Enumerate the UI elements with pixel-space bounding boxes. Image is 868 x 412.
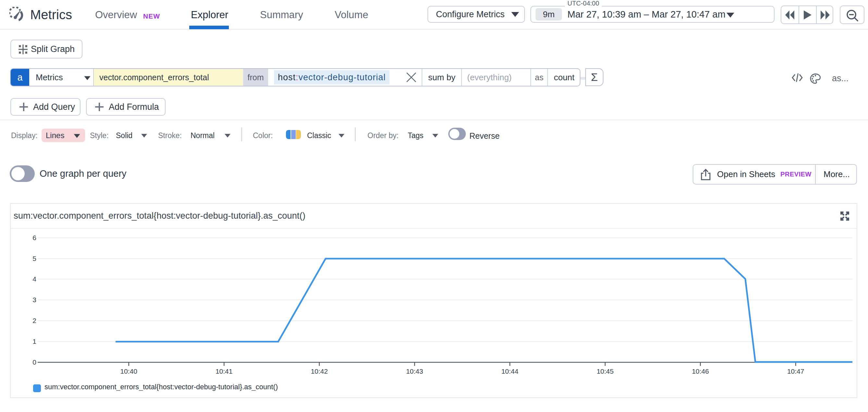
svg-text:10:40: 10:40	[120, 367, 137, 375]
svg-text:1: 1	[32, 337, 36, 345]
svg-text:10:43: 10:43	[406, 367, 423, 375]
svg-text:10:41: 10:41	[216, 367, 233, 375]
svg-text:6: 6	[32, 234, 36, 241]
svg-text:10:42: 10:42	[311, 367, 328, 375]
svg-text:5: 5	[32, 255, 36, 262]
svg-text:10:47: 10:47	[787, 367, 804, 375]
svg-text:3: 3	[32, 296, 36, 303]
svg-text:10:45: 10:45	[597, 367, 614, 375]
svg-text:10:46: 10:46	[692, 367, 709, 375]
svg-text:0: 0	[32, 358, 36, 366]
svg-text:4: 4	[32, 275, 36, 283]
svg-text:2: 2	[32, 317, 36, 324]
svg-text:10:44: 10:44	[501, 367, 518, 375]
